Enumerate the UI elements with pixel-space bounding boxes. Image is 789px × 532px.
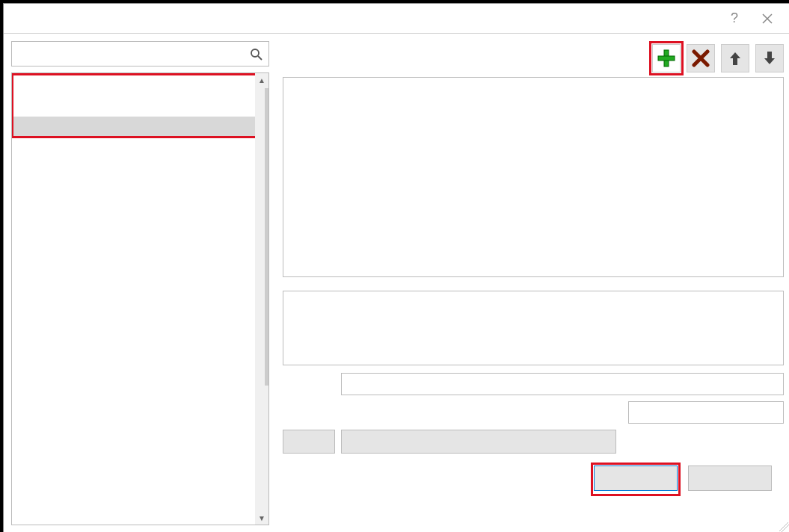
options-tree: ▲ ▼ [11,72,269,525]
scroll-down-icon[interactable]: ▼ [255,511,268,525]
arrow-down-icon [761,50,778,66]
svg-point-0 [251,49,259,57]
tree-node-general[interactable] [12,95,255,117]
ok-button[interactable] [594,466,678,491]
help-button[interactable]: ? [718,4,751,33]
x-icon [692,49,710,67]
name-input[interactable] [341,373,784,395]
search-input[interactable] [18,47,250,61]
svg-rect-2 [658,56,675,61]
add-source-button[interactable] [652,44,681,72]
available-sources-label [283,69,646,72]
machine-sources-list[interactable] [283,291,784,365]
search-options[interactable] [11,41,269,66]
update-button[interactable] [341,430,616,454]
tree-node-nuget[interactable] [12,73,255,95]
remove-source-button[interactable] [687,44,715,72]
scroll-up-icon[interactable]: ▲ [255,73,268,87]
move-down-button[interactable] [755,44,784,72]
tree-nuget-group [12,73,255,138]
arrow-up-icon [727,50,743,66]
close-button[interactable] [751,4,784,33]
resize-grip[interactable] [779,522,789,532]
source-input[interactable] [628,401,784,424]
tree-node-package-sources[interactable] [12,117,255,138]
browse-button[interactable] [283,430,335,454]
search-icon [250,48,263,61]
cancel-button[interactable] [688,466,772,491]
available-sources-list[interactable] [283,77,784,277]
move-up-button[interactable] [721,44,749,72]
options-dialog: ? [3,3,789,532]
titlebar: ? [4,4,789,34]
tree-scrollbar[interactable]: ▲ ▼ [255,73,268,525]
plus-icon [657,49,676,68]
